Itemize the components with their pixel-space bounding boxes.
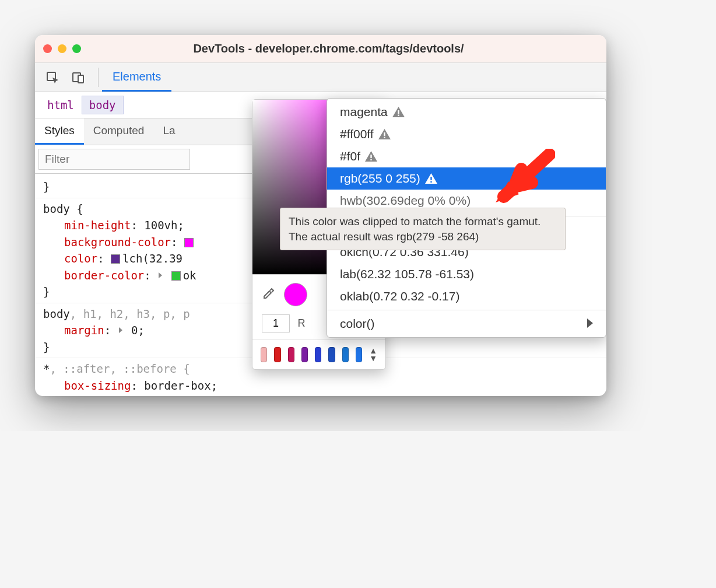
svg-rect-4 [398,115,399,116]
palette-swatch[interactable] [356,347,362,362]
prop-box-sizing[interactable]: box-sizing: border-box; [41,377,601,394]
palette-swatch[interactable] [328,347,335,362]
palette-sort-icon[interactable]: ▲▼ [369,347,377,362]
warning-icon [392,107,405,117]
close-window-icon[interactable] [43,44,52,53]
tab-elements[interactable]: Elements [102,63,171,92]
alpha-input[interactable] [262,314,290,332]
palette-swatch[interactable] [261,347,267,362]
warning-icon [378,129,391,139]
palette-swatch[interactable] [288,347,294,362]
filter-input[interactable] [38,149,190,170]
color-swatch-icon[interactable] [111,254,120,264]
devtools-window: DevTools - developer.chrome.com/tags/dev… [35,35,606,396]
color-swatch-icon[interactable] [171,271,181,281]
eyedropper-icon[interactable] [262,286,276,303]
svg-rect-9 [430,177,431,180]
chevron-right-icon [586,317,593,331]
expand-icon[interactable] [159,272,162,278]
device-toolbar-icon[interactable] [65,63,91,92]
palette-swatch[interactable] [342,347,349,362]
svg-rect-7 [370,155,371,158]
svg-rect-8 [370,159,371,160]
format-item-hex6[interactable]: #ff00ff [327,123,606,145]
color-swatch-icon[interactable] [184,238,194,247]
format-item-lab[interactable]: lab(62.32 105.78 -61.53) [327,263,606,285]
annotation-arrow-icon [491,149,555,210]
palette-swatch[interactable] [301,347,308,362]
subtab-layout[interactable]: La [153,118,184,145]
subtab-styles[interactable]: Styles [35,118,84,145]
channel-label-r: R [296,317,307,330]
subtab-computed[interactable]: Computed [84,118,154,145]
window-title: DevTools - developer.chrome.com/tags/dev… [87,42,570,55]
current-color-swatch[interactable] [284,283,307,306]
minimize-window-icon[interactable] [58,44,66,53]
mac-traffic-lights[interactable] [43,44,81,53]
format-item-colorfn[interactable]: color() [327,313,606,335]
format-item-hex3[interactable]: #f0f [327,145,606,167]
svg-rect-6 [384,137,385,138]
svg-rect-2 [78,75,83,83]
expand-icon[interactable] [119,327,122,333]
warning-icon [365,151,377,162]
svg-rect-3 [398,110,399,114]
toolbar-separator [98,68,99,87]
palette-swatch[interactable] [315,347,321,362]
breadcrumb-html[interactable]: html [40,96,82,114]
svg-rect-10 [430,181,431,183]
breadcrumb-body[interactable]: body [82,96,124,114]
format-item-oklab[interactable]: oklab(0.72 0.32 -0.17) [327,285,606,307]
zoom-window-icon[interactable] [72,44,81,53]
format-item-rgb[interactable]: rgb(255 0 255) [327,167,606,190]
warning-icon [425,173,437,184]
gamut-warning-tooltip: This color was clipped to match the form… [280,208,566,250]
main-toolbar: Elements [35,63,606,92]
format-item-magenta[interactable]: magenta [327,101,606,123]
inspect-element-icon[interactable] [40,63,65,92]
palette-swatches[interactable]: ▲▼ [252,340,385,369]
titlebar: DevTools - developer.chrome.com/tags/dev… [35,35,606,63]
svg-rect-5 [384,132,385,136]
palette-swatch[interactable] [274,347,280,362]
